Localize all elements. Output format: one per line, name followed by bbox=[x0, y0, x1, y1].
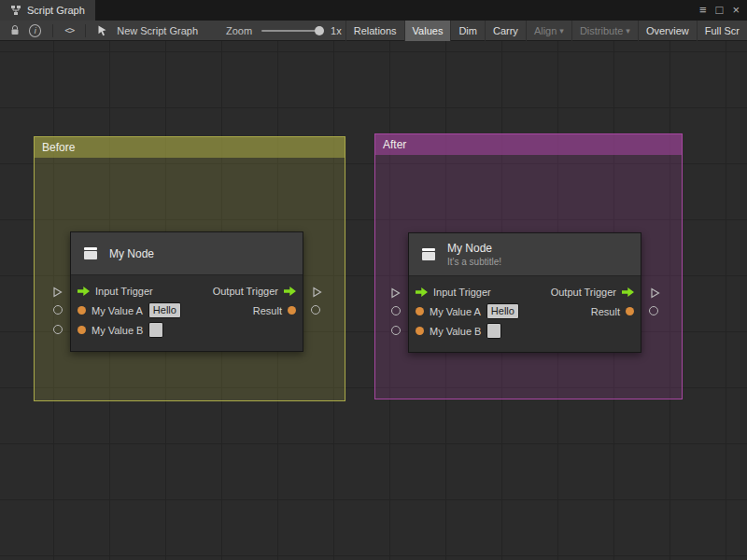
toolbar-separator bbox=[52, 24, 53, 37]
window-maximize-icon[interactable]: □ bbox=[716, 0, 724, 21]
port-label: My Value A bbox=[430, 306, 481, 317]
graph-canvas[interactable]: Before After My Node bbox=[0, 41, 747, 560]
fullscreen-button[interactable]: Full Scr bbox=[697, 21, 747, 41]
graph-input-trigger-marker[interactable] bbox=[51, 285, 63, 296]
port-label: Output Trigger bbox=[551, 287, 616, 298]
value-input-icon[interactable] bbox=[78, 326, 86, 334]
value-b-field[interactable] bbox=[486, 323, 501, 339]
value-input-icon[interactable] bbox=[416, 327, 424, 335]
port-row: My Value B bbox=[71, 320, 303, 340]
button-label: Align bbox=[534, 25, 557, 36]
graph-name[interactable]: New Script Graph bbox=[117, 25, 198, 36]
overview-button[interactable]: Overview bbox=[638, 21, 697, 41]
chevron-down-icon: ▾ bbox=[559, 26, 564, 35]
value-a-field[interactable]: Hello bbox=[148, 302, 181, 318]
tab-bar: Script Graph ≡ □ × bbox=[0, 0, 747, 21]
port-label: My Value B bbox=[430, 326, 481, 337]
align-button: Align▾ bbox=[526, 21, 571, 41]
port-label: Input Trigger bbox=[433, 287, 491, 298]
group-title: Before bbox=[42, 141, 75, 154]
script-graph-icon bbox=[10, 5, 21, 16]
trigger-output-icon[interactable] bbox=[622, 287, 634, 297]
port-row: My Value A Hello Result bbox=[409, 301, 641, 321]
port-row: My Value B bbox=[409, 321, 641, 341]
port-label: Output Trigger bbox=[213, 286, 278, 297]
node-subtitle: It's a subtitle! bbox=[447, 257, 501, 267]
graph-asset-icon bbox=[97, 25, 108, 36]
graph-output-value-marker[interactable] bbox=[649, 306, 658, 315]
zoom-label: Zoom bbox=[226, 25, 252, 36]
graph-input-value-marker[interactable] bbox=[391, 326, 401, 335]
zoom-slider[interactable] bbox=[261, 30, 321, 32]
relations-button[interactable]: Relations bbox=[345, 21, 404, 41]
zoom-slider-knob[interactable] bbox=[315, 26, 324, 35]
script-graph-window: Script Graph ≡ □ × i <> New Script Graph… bbox=[0, 0, 747, 560]
port-label: Result bbox=[253, 305, 282, 316]
values-button[interactable]: Values bbox=[404, 21, 451, 41]
graph-output-value-marker[interactable] bbox=[311, 305, 320, 315]
trigger-input-icon[interactable] bbox=[78, 287, 90, 296]
value-output-icon[interactable] bbox=[288, 306, 296, 315]
port-label: Result bbox=[591, 306, 620, 317]
value-input-icon[interactable] bbox=[78, 306, 86, 315]
graph-input-value-marker[interactable] bbox=[53, 325, 63, 334]
graph-input-trigger-marker[interactable] bbox=[389, 286, 401, 297]
port-label: My Value B bbox=[92, 325, 143, 336]
graph-input-value-marker[interactable] bbox=[53, 305, 63, 315]
node-my-node-before[interactable]: My Node Input Trigger Output Trigger bbox=[70, 231, 303, 352]
node-title: My Node bbox=[109, 247, 154, 260]
graph-input-value-marker[interactable] bbox=[391, 306, 401, 315]
zoom-value: 1x bbox=[331, 25, 342, 36]
group-title: After bbox=[383, 138, 406, 151]
tab-script-graph[interactable]: Script Graph bbox=[0, 0, 95, 21]
button-label: Relations bbox=[354, 25, 397, 36]
port-label: Input Trigger bbox=[95, 286, 153, 297]
port-row: My Value A Hello Result bbox=[71, 301, 303, 320]
trigger-output-icon[interactable] bbox=[284, 287, 296, 296]
unit-box-icon bbox=[418, 245, 439, 265]
window-menu-icon[interactable]: ≡ bbox=[699, 0, 707, 21]
carry-button[interactable]: Carry bbox=[485, 21, 526, 41]
toolbar-separator bbox=[85, 24, 86, 37]
button-label: Values bbox=[413, 25, 444, 36]
node-body: Input Trigger Output Trigger My Value A … bbox=[409, 276, 641, 352]
graph-output-trigger-marker[interactable] bbox=[649, 286, 660, 297]
node-header[interactable]: My Node bbox=[71, 232, 303, 275]
group-header-after[interactable]: After bbox=[375, 134, 682, 155]
value-output-icon[interactable] bbox=[626, 307, 634, 315]
port-row: Input Trigger Output Trigger bbox=[71, 281, 303, 301]
code-icon[interactable]: <> bbox=[64, 25, 74, 35]
button-label: Dim bbox=[458, 25, 477, 36]
chevron-down-icon: ▾ bbox=[626, 26, 630, 35]
info-icon[interactable]: i bbox=[29, 24, 41, 37]
trigger-input-icon[interactable] bbox=[416, 287, 428, 297]
button-label: Carry bbox=[493, 25, 518, 36]
port-label: My Value A bbox=[92, 305, 143, 316]
graph-toolbar: i <> New Script Graph Zoom 1x Relations … bbox=[0, 21, 747, 41]
node-my-node-after[interactable]: My Node It's a subtitle! Input Trigger O… bbox=[408, 232, 641, 353]
button-label: Overview bbox=[646, 25, 689, 36]
node-title: My Node bbox=[447, 242, 501, 255]
value-a-field[interactable]: Hello bbox=[486, 303, 519, 319]
node-body: Input Trigger Output Trigger My Value A … bbox=[71, 275, 303, 351]
button-label: Distribute bbox=[580, 25, 623, 36]
tab-title: Script Graph bbox=[27, 5, 85, 16]
port-row: Input Trigger Output Trigger bbox=[409, 282, 641, 301]
button-label: Full Scr bbox=[705, 25, 740, 36]
dim-button[interactable]: Dim bbox=[450, 21, 485, 41]
distribute-button: Distribute▾ bbox=[571, 21, 638, 41]
toolbar-buttons: Relations Values Dim Carry Align▾ Distri… bbox=[345, 21, 747, 41]
graph-output-trigger-marker[interactable] bbox=[311, 285, 322, 296]
group-header-before[interactable]: Before bbox=[35, 137, 345, 158]
lock-icon[interactable] bbox=[10, 25, 20, 35]
window-close-icon[interactable]: × bbox=[732, 0, 740, 21]
unit-box-icon bbox=[80, 244, 101, 264]
window-controls: ≡ □ × bbox=[699, 0, 740, 21]
node-header[interactable]: My Node It's a subtitle! bbox=[409, 233, 641, 276]
value-b-field[interactable] bbox=[148, 322, 163, 338]
value-input-icon[interactable] bbox=[416, 307, 424, 315]
